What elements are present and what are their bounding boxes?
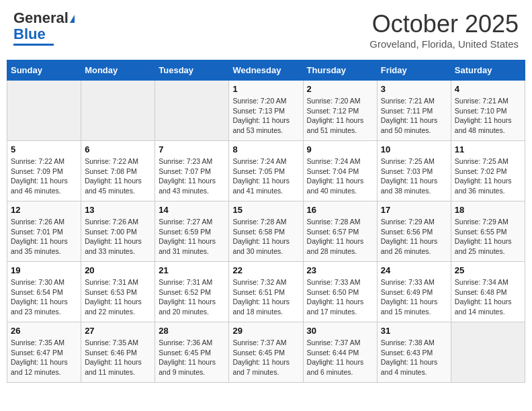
calendar-cell: 19Sunrise: 7:30 AM Sunset: 6:54 PM Dayli… xyxy=(7,262,81,322)
page-header: General Blue October 2025 Groveland, Flo… xyxy=(7,7,525,53)
day-number: 30 xyxy=(307,326,373,336)
logo: General Blue xyxy=(13,10,75,46)
day-number: 27 xyxy=(85,326,151,336)
calendar-cell: 4Sunrise: 7:21 AM Sunset: 7:10 PM Daylig… xyxy=(451,81,525,141)
day-info: Sunrise: 7:26 AM Sunset: 7:00 PM Dayligh… xyxy=(85,217,151,257)
day-info: Sunrise: 7:24 AM Sunset: 7:04 PM Dayligh… xyxy=(307,156,373,196)
calendar-body: 1Sunrise: 7:20 AM Sunset: 7:13 PM Daylig… xyxy=(7,81,525,383)
calendar-cell: 28Sunrise: 7:36 AM Sunset: 6:45 PM Dayli… xyxy=(155,322,229,383)
day-number: 10 xyxy=(381,144,447,154)
day-number: 29 xyxy=(232,326,299,336)
day-number: 18 xyxy=(455,205,521,215)
logo-text-blue: Blue xyxy=(13,26,46,42)
calendar-cell: 18Sunrise: 7:29 AM Sunset: 6:55 PM Dayli… xyxy=(451,201,525,262)
day-number: 20 xyxy=(85,265,151,275)
day-info: Sunrise: 7:25 AM Sunset: 7:03 PM Dayligh… xyxy=(381,156,447,196)
day-number: 31 xyxy=(381,326,447,336)
weekday-monday: Monday xyxy=(81,60,155,81)
day-info: Sunrise: 7:37 AM Sunset: 6:44 PM Dayligh… xyxy=(307,338,373,377)
calendar-header: SundayMondayTuesdayWednesdayThursdayFrid… xyxy=(7,60,525,81)
calendar-week-row: 1Sunrise: 7:20 AM Sunset: 7:13 PM Daylig… xyxy=(7,81,525,141)
day-number: 23 xyxy=(307,265,373,275)
day-info: Sunrise: 7:23 AM Sunset: 7:07 PM Dayligh… xyxy=(159,156,225,196)
day-info: Sunrise: 7:36 AM Sunset: 6:45 PM Dayligh… xyxy=(159,338,225,377)
weekday-header-row: SundayMondayTuesdayWednesdayThursdayFrid… xyxy=(7,60,525,81)
day-info: Sunrise: 7:35 AM Sunset: 6:46 PM Dayligh… xyxy=(85,338,151,377)
day-info: Sunrise: 7:26 AM Sunset: 7:01 PM Dayligh… xyxy=(11,217,77,257)
calendar-cell: 15Sunrise: 7:28 AM Sunset: 6:58 PM Dayli… xyxy=(229,201,303,262)
day-number: 24 xyxy=(381,265,447,275)
logo-underline xyxy=(13,44,54,46)
day-info: Sunrise: 7:21 AM Sunset: 7:11 PM Dayligh… xyxy=(381,96,447,136)
day-info: Sunrise: 7:35 AM Sunset: 6:47 PM Dayligh… xyxy=(11,338,77,377)
day-info: Sunrise: 7:29 AM Sunset: 6:56 PM Dayligh… xyxy=(381,217,447,257)
calendar-cell: 26Sunrise: 7:35 AM Sunset: 6:47 PM Dayli… xyxy=(7,322,81,383)
day-number: 2 xyxy=(307,84,373,94)
calendar-week-row: 12Sunrise: 7:26 AM Sunset: 7:01 PM Dayli… xyxy=(7,201,525,262)
calendar-cell: 8Sunrise: 7:24 AM Sunset: 7:05 PM Daylig… xyxy=(229,141,303,201)
calendar-cell: 24Sunrise: 7:33 AM Sunset: 6:49 PM Dayli… xyxy=(377,262,451,322)
day-info: Sunrise: 7:21 AM Sunset: 7:10 PM Dayligh… xyxy=(455,96,521,136)
calendar-cell: 22Sunrise: 7:32 AM Sunset: 6:51 PM Dayli… xyxy=(229,262,303,322)
day-number: 16 xyxy=(307,205,373,215)
day-number: 19 xyxy=(11,265,77,275)
day-info: Sunrise: 7:22 AM Sunset: 7:09 PM Dayligh… xyxy=(11,156,77,196)
calendar-cell: 30Sunrise: 7:37 AM Sunset: 6:44 PM Dayli… xyxy=(303,322,377,383)
calendar-cell: 12Sunrise: 7:26 AM Sunset: 7:01 PM Dayli… xyxy=(7,201,81,262)
calendar-cell: 27Sunrise: 7:35 AM Sunset: 6:46 PM Dayli… xyxy=(81,322,155,383)
day-number: 25 xyxy=(455,265,521,275)
day-number: 26 xyxy=(11,326,77,336)
logo-text: General xyxy=(13,10,75,26)
day-number: 13 xyxy=(85,205,151,215)
calendar-cell: 2Sunrise: 7:20 AM Sunset: 7:12 PM Daylig… xyxy=(303,81,377,141)
day-info: Sunrise: 7:25 AM Sunset: 7:02 PM Dayligh… xyxy=(455,156,521,196)
title-block: October 2025 Groveland, Florida, United … xyxy=(369,10,519,50)
day-info: Sunrise: 7:32 AM Sunset: 6:51 PM Dayligh… xyxy=(232,277,299,317)
location: Groveland, Florida, United States xyxy=(369,38,519,50)
calendar-cell: 6Sunrise: 7:22 AM Sunset: 7:08 PM Daylig… xyxy=(81,141,155,201)
day-info: Sunrise: 7:29 AM Sunset: 6:55 PM Dayligh… xyxy=(455,217,521,257)
day-info: Sunrise: 7:30 AM Sunset: 6:54 PM Dayligh… xyxy=(11,277,77,317)
day-info: Sunrise: 7:22 AM Sunset: 7:08 PM Dayligh… xyxy=(85,156,151,196)
month-title: October 2025 xyxy=(369,10,519,38)
day-number: 9 xyxy=(307,144,373,154)
calendar-week-row: 26Sunrise: 7:35 AM Sunset: 6:47 PM Dayli… xyxy=(7,322,525,383)
day-number: 17 xyxy=(381,205,447,215)
day-info: Sunrise: 7:28 AM Sunset: 6:58 PM Dayligh… xyxy=(232,217,299,257)
calendar-cell: 9Sunrise: 7:24 AM Sunset: 7:04 PM Daylig… xyxy=(303,141,377,201)
day-info: Sunrise: 7:34 AM Sunset: 6:48 PM Dayligh… xyxy=(455,277,521,317)
day-info: Sunrise: 7:24 AM Sunset: 7:05 PM Dayligh… xyxy=(232,156,299,196)
calendar-cell: 23Sunrise: 7:33 AM Sunset: 6:50 PM Dayli… xyxy=(303,262,377,322)
calendar-week-row: 19Sunrise: 7:30 AM Sunset: 6:54 PM Dayli… xyxy=(7,262,525,322)
weekday-thursday: Thursday xyxy=(303,60,377,81)
day-number: 6 xyxy=(85,144,151,154)
calendar-week-row: 5Sunrise: 7:22 AM Sunset: 7:09 PM Daylig… xyxy=(7,141,525,201)
calendar-cell: 7Sunrise: 7:23 AM Sunset: 7:07 PM Daylig… xyxy=(155,141,229,201)
day-info: Sunrise: 7:37 AM Sunset: 6:45 PM Dayligh… xyxy=(232,338,299,377)
calendar-cell: 29Sunrise: 7:37 AM Sunset: 6:45 PM Dayli… xyxy=(229,322,303,383)
calendar-cell: 17Sunrise: 7:29 AM Sunset: 6:56 PM Dayli… xyxy=(377,201,451,262)
calendar-cell xyxy=(81,81,155,141)
day-number: 14 xyxy=(159,205,225,215)
calendar-cell xyxy=(7,81,81,141)
calendar-cell: 11Sunrise: 7:25 AM Sunset: 7:02 PM Dayli… xyxy=(451,141,525,201)
calendar-cell: 25Sunrise: 7:34 AM Sunset: 6:48 PM Dayli… xyxy=(451,262,525,322)
calendar-cell: 31Sunrise: 7:38 AM Sunset: 6:43 PM Dayli… xyxy=(377,322,451,383)
day-info: Sunrise: 7:28 AM Sunset: 6:57 PM Dayligh… xyxy=(307,217,373,257)
calendar-cell: 13Sunrise: 7:26 AM Sunset: 7:00 PM Dayli… xyxy=(81,201,155,262)
calendar-cell: 16Sunrise: 7:28 AM Sunset: 6:57 PM Dayli… xyxy=(303,201,377,262)
weekday-friday: Friday xyxy=(377,60,451,81)
calendar-cell: 1Sunrise: 7:20 AM Sunset: 7:13 PM Daylig… xyxy=(229,81,303,141)
calendar-cell: 10Sunrise: 7:25 AM Sunset: 7:03 PM Dayli… xyxy=(377,141,451,201)
day-info: Sunrise: 7:20 AM Sunset: 7:13 PM Dayligh… xyxy=(232,96,299,136)
day-info: Sunrise: 7:31 AM Sunset: 6:53 PM Dayligh… xyxy=(85,277,151,317)
day-info: Sunrise: 7:31 AM Sunset: 6:52 PM Dayligh… xyxy=(159,277,225,317)
calendar-table: SundayMondayTuesdayWednesdayThursdayFrid… xyxy=(7,60,525,383)
day-info: Sunrise: 7:20 AM Sunset: 7:12 PM Dayligh… xyxy=(307,96,373,136)
calendar-cell: 3Sunrise: 7:21 AM Sunset: 7:11 PM Daylig… xyxy=(377,81,451,141)
day-number: 1 xyxy=(232,84,299,94)
day-number: 7 xyxy=(159,144,225,154)
day-number: 11 xyxy=(455,144,521,154)
day-info: Sunrise: 7:33 AM Sunset: 6:49 PM Dayligh… xyxy=(381,277,447,317)
day-number: 4 xyxy=(455,84,521,94)
